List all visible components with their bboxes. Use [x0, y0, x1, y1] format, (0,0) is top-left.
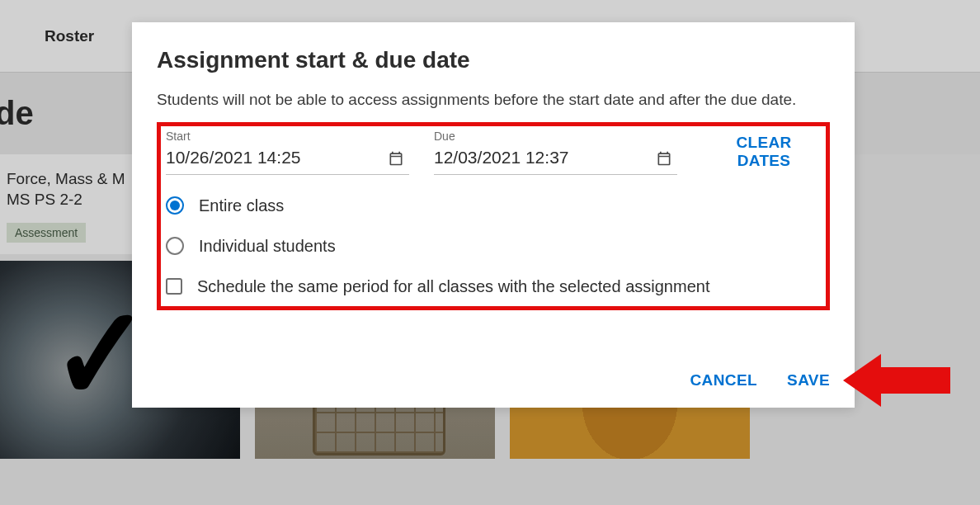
due-date-field: Due: [434, 130, 677, 175]
lesson-title-line1: Force, Mass & M: [7, 170, 125, 187]
radio-individual-row: Individual students: [166, 237, 817, 256]
radio-entire-class-row: Entire class: [166, 196, 817, 215]
start-date-field: Start: [166, 130, 409, 175]
radio-individual-label: Individual students: [199, 237, 336, 256]
lesson-title-line2: MS PS 2-2: [7, 191, 82, 208]
tab-roster[interactable]: Roster: [25, 27, 114, 45]
radio-individual-students[interactable]: [166, 237, 184, 255]
checkbox-all-classes-row: Schedule the same period for all classes…: [166, 277, 817, 296]
clear-dates-button[interactable]: CLEAR DATES: [710, 134, 817, 170]
assessment-badge: Assessment: [7, 223, 86, 243]
due-date-label: Due: [434, 130, 677, 143]
start-date-input[interactable]: [166, 146, 409, 175]
checkbox-all-classes-label: Schedule the same period for all classes…: [197, 277, 709, 296]
modal-description: Students will not be able to access assi…: [157, 88, 830, 112]
save-button[interactable]: SAVE: [787, 371, 830, 389]
assignment-date-modal: Assignment start & due date Students wil…: [132, 22, 855, 408]
start-date-label: Start: [166, 130, 409, 143]
modal-actions: CANCEL SAVE: [690, 371, 830, 389]
radio-entire-class-label: Entire class: [199, 196, 284, 215]
cancel-button[interactable]: CANCEL: [690, 371, 757, 389]
page-title-text: de: [0, 95, 34, 132]
modal-title: Assignment start & due date: [157, 47, 830, 73]
checkbox-all-classes[interactable]: [166, 278, 182, 295]
due-date-input[interactable]: [434, 146, 677, 175]
radio-entire-class[interactable]: [166, 196, 184, 215]
date-row: Start Due CLEAR DATES: [166, 130, 817, 175]
highlight-box: Start Due CLEAR DATES Entire class Indi: [157, 122, 830, 310]
